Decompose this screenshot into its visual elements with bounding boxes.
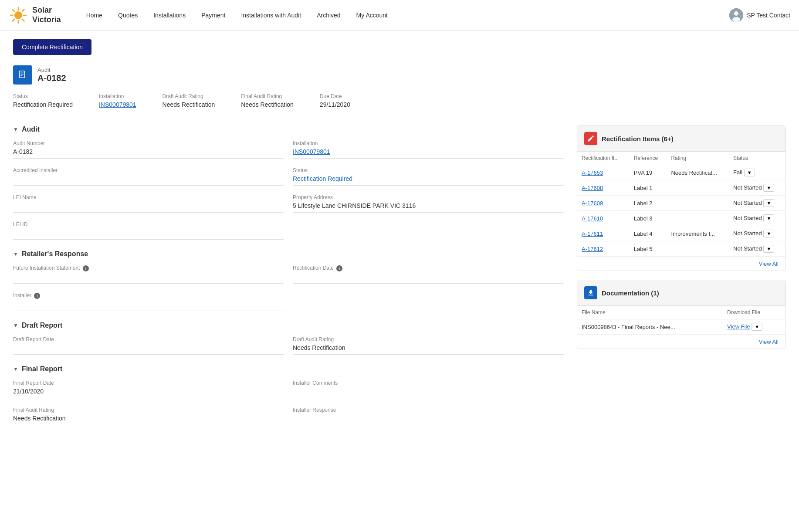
doc-file-name-cell: INS00098643 - Final Reports - Nee... (577, 319, 723, 335)
audit-number-field: Audit Number A-0182 (13, 140, 284, 159)
rectification-items-table: Rectification It... Reference Rating Sta… (577, 152, 785, 257)
status-row: Status Rectification Required Installati… (13, 93, 786, 112)
nav-user: SP Test Contact (729, 8, 790, 22)
nav-link-quotes[interactable]: Quotes (110, 0, 146, 30)
final-report-chevron-icon: ▼ (13, 366, 18, 372)
audit-icon (13, 65, 32, 85)
draft-report-date-label: Draft Report Date (13, 336, 284, 342)
rect-status-dropdown[interactable]: ▼ (744, 169, 755, 176)
final-report-header[interactable]: ▼ Final Report (13, 365, 564, 373)
accredited-installer-value (13, 175, 284, 186)
rect-id-cell[interactable]: A-17610 (577, 211, 630, 226)
due-date-value: 29/11/2020 (320, 101, 350, 108)
draft-report-date-field: Draft Report Date (13, 336, 284, 355)
rect-status-dropdown[interactable]: ▼ (763, 199, 774, 207)
draft-audit-rating-value: Needs Rectification (163, 101, 215, 108)
final-audit-rating-field: Final Audit Rating Needs Rectification (241, 93, 294, 108)
final-audit-rating-label: Final Audit Rating (241, 93, 294, 99)
doc-download-dropdown[interactable]: ▼ (752, 323, 762, 331)
rect-id-cell[interactable]: A-17608 (577, 180, 630, 196)
retailers-response-grid: Future Installation Statement i Rectific… (13, 265, 564, 311)
audit-section-header[interactable]: ▼ Audit (13, 125, 564, 133)
installation-value-2[interactable]: INS00079801 (293, 148, 564, 159)
audit-status-value: Rectification Required (293, 175, 564, 186)
audit-number-value: A-0182 (13, 148, 284, 159)
navbar: Solar Victoria Home Quotes Installations… (0, 0, 799, 30)
rectification-view-all-link[interactable]: View All (759, 261, 779, 267)
rectification-items-body: A-17653 PVA 19 Needs Rectificat... Fail … (577, 165, 785, 257)
property-address-value: 5 Lifestyle Lane CHIRNSIDE PARK VIC 3116 (293, 202, 564, 213)
col-status: Status (729, 152, 785, 165)
audit-type-label: Audit (37, 67, 66, 73)
col-file-name: File Name (577, 306, 723, 319)
col-rectification-it: Rectification It... (577, 152, 630, 165)
rect-reference-cell: Label 1 (630, 180, 667, 196)
left-column: ▼ Audit Audit Number A-0182 Installation… (13, 125, 564, 436)
col-reference: Reference (630, 152, 667, 165)
main-layout: ▼ Audit Audit Number A-0182 Installation… (13, 125, 786, 436)
nav-link-installations-with-audit[interactable]: Installations with Audit (233, 0, 309, 30)
rect-rating-cell: Needs Rectificat... (667, 165, 729, 180)
documentation-view-all-link[interactable]: View All (759, 339, 779, 345)
svg-point-10 (734, 11, 738, 16)
rectification-items-header: Rectification Items (6+) (577, 126, 785, 152)
final-audit-rating-field-2: Final Audit Rating Needs Rectification (13, 407, 284, 425)
table-row: A-17608 Label 1 Not Started ▼ (577, 180, 785, 196)
complete-rectification-button[interactable]: Complete Rectification (13, 39, 91, 55)
nav-link-my-account[interactable]: My Account (349, 0, 396, 30)
rect-status-dropdown[interactable]: ▼ (763, 230, 774, 237)
rect-id-cell[interactable]: A-17612 (577, 241, 630, 257)
rect-id-cell[interactable]: A-17611 (577, 226, 630, 241)
svg-point-0 (14, 11, 22, 19)
final-report-section: ▼ Final Report Final Report Date 21/10/2… (13, 365, 564, 425)
pencil-icon (587, 135, 595, 142)
documentation-card: Documentation (1) File Name Download Fil… (577, 280, 786, 349)
installation-value[interactable]: INS00079801 (99, 101, 136, 108)
installer-response-label: Installer Response (293, 407, 564, 413)
rect-id-cell[interactable]: A-17653 (577, 165, 630, 180)
rect-rating-cell (667, 211, 729, 226)
draft-report-header[interactable]: ▼ Draft Report (13, 322, 564, 329)
nav-link-archived[interactable]: Archived (309, 0, 348, 30)
user-avatar (729, 8, 743, 22)
audit-header: Audit A-0182 (13, 65, 786, 85)
documentation-header: Documentation (1) (577, 280, 785, 306)
draft-report-date-value (13, 344, 284, 355)
rect-status-cell: Not Started ▼ (729, 196, 785, 211)
retailers-response-header[interactable]: ▼ Retailer's Response (13, 250, 564, 258)
table-row: A-17609 Label 2 Not Started ▼ (577, 196, 785, 211)
nav-link-home[interactable]: Home (78, 0, 110, 30)
nav-link-payment[interactable]: Payment (193, 0, 233, 30)
svg-line-6 (22, 19, 24, 21)
installer-info-icon[interactable]: i (34, 293, 40, 299)
table-row: A-17610 Label 3 Not Started ▼ (577, 211, 785, 226)
retailers-chevron-icon: ▼ (13, 251, 18, 257)
audit-id: A-0182 (37, 73, 66, 83)
documentation-body: INS00098643 - Final Reports - Nee... Vie… (577, 319, 785, 335)
rect-status-dropdown[interactable]: ▼ (763, 214, 774, 222)
property-address-label: Property Address (293, 194, 564, 200)
doc-view-file-link[interactable]: View File (727, 323, 750, 330)
installation-label: Installation (99, 93, 136, 99)
installer-comments-label: Installer Comments (293, 380, 564, 386)
rect-rating-cell (667, 180, 729, 196)
lei-name-field: LEI Name (13, 194, 284, 213)
table-row: A-17611 Label 4 Improvements I... Not St… (577, 226, 785, 241)
rectification-date-info-icon[interactable]: i (336, 265, 342, 271)
future-installation-info-icon[interactable]: i (83, 265, 89, 271)
rect-reference-cell: PVA 19 (630, 165, 667, 180)
installer-response-field: Installer Response (293, 407, 564, 425)
nav-link-installations[interactable]: Installations (146, 0, 193, 30)
documentation-heading: Documentation (1) (602, 289, 659, 297)
audit-status-label: Status (293, 167, 564, 173)
rect-status-cell: Not Started ▼ (729, 241, 785, 257)
lei-name-value (13, 202, 284, 213)
rect-id-cell[interactable]: A-17609 (577, 196, 630, 211)
rect-status-dropdown[interactable]: ▼ (763, 184, 774, 192)
audit-section-heading: Audit (22, 125, 40, 133)
rect-status-dropdown[interactable]: ▼ (763, 245, 774, 253)
audit-number-label: Audit Number (13, 140, 284, 146)
draft-audit-rating-field-2: Draft Audit Rating Needs Rectification (293, 336, 564, 355)
due-date-label: Due Date (320, 93, 350, 99)
final-report-date-label: Final Report Date (13, 380, 284, 386)
